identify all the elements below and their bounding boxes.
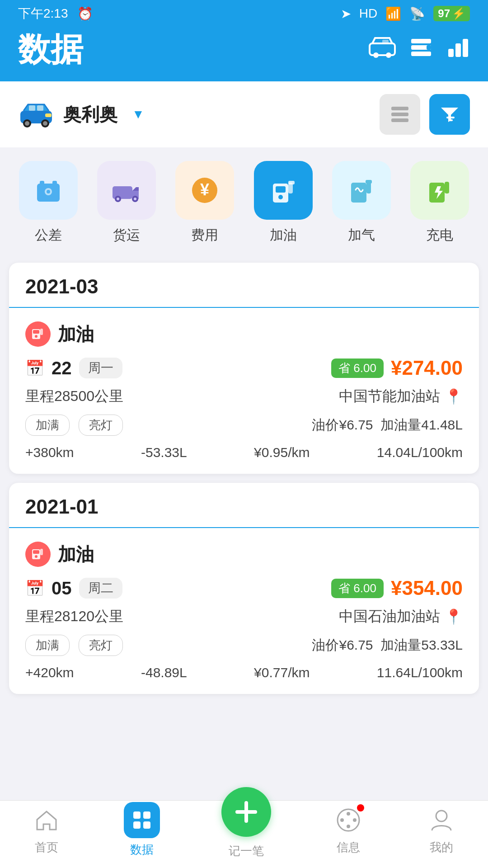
- car-name-label: 奥利奥: [63, 102, 117, 127]
- fuel-badge-icon-1: [25, 542, 51, 567]
- svg-rect-54: [133, 811, 141, 819]
- svg-rect-10: [463, 39, 468, 57]
- header: 数据: [0, 27, 488, 81]
- weekday-badge-0: 周一: [79, 358, 122, 378]
- nav-home[interactable]: 首页: [31, 804, 62, 855]
- alarm-icon: ⏰: [77, 6, 93, 21]
- svg-point-65: [436, 811, 447, 821]
- svg-rect-12: [29, 105, 35, 111]
- dropdown-arrow-icon[interactable]: ▼: [132, 107, 145, 122]
- month-section-0: 2021-03 加油 📅 22 周一: [9, 263, 479, 474]
- stat-liter-0: -53.33L: [141, 445, 187, 460]
- jiaqi-label: 加气: [348, 226, 375, 245]
- gongcha-label: 公差: [35, 226, 62, 245]
- stat-liter-1: -48.89L: [141, 665, 187, 680]
- record-card-0[interactable]: 加油 📅 22 周一 省 6.00 ¥274.00 里程28500公里 中国节能…: [9, 308, 479, 474]
- nav-mine[interactable]: 我的: [426, 804, 457, 855]
- svg-rect-48: [40, 329, 43, 335]
- svg-rect-57: [143, 821, 150, 829]
- car-list-header-icon[interactable]: [369, 35, 396, 64]
- svg-rect-47: [33, 330, 39, 334]
- jiayou-label: 加油: [270, 226, 297, 245]
- mileage-0: 里程28500公里: [25, 387, 123, 406]
- category-jiayou[interactable]: 加油: [254, 161, 313, 245]
- filter-button[interactable]: [429, 94, 470, 135]
- svg-point-1: [373, 52, 379, 58]
- station-name-0: 中国节能加油站: [339, 387, 440, 406]
- svg-text:¥: ¥: [200, 180, 209, 199]
- feiyong-label: 费用: [191, 226, 218, 245]
- station-name-1: 中国石油加油站: [339, 607, 440, 627]
- svg-rect-9: [455, 43, 461, 57]
- nav-add[interactable]: 记一笔: [221, 801, 271, 859]
- svg-point-2: [386, 52, 391, 58]
- svg-rect-25: [40, 181, 44, 187]
- location-icon: ➤: [341, 6, 351, 21]
- svg-point-49: [35, 335, 38, 338]
- fuel-badge-icon-0: [25, 321, 51, 347]
- svg-rect-52: [40, 549, 43, 555]
- add-button[interactable]: [221, 787, 271, 837]
- total-price-0: ¥274.00: [391, 357, 463, 379]
- svg-rect-19: [391, 107, 408, 110]
- page-title: 数据: [18, 28, 83, 71]
- svg-rect-26: [52, 181, 57, 187]
- record-type-0: 加油: [58, 322, 94, 347]
- category-row: 公差 货运 ¥: [0, 147, 488, 254]
- category-chongdian[interactable]: 充电: [410, 161, 469, 245]
- svg-rect-21: [391, 118, 408, 122]
- feiyong-icon: ¥: [175, 161, 234, 220]
- svg-point-62: [340, 818, 344, 822]
- nav-info[interactable]: 信息: [333, 804, 364, 855]
- mileage-1: 里程28120公里: [25, 607, 123, 627]
- svg-point-61: [347, 812, 350, 816]
- status-bar: 下午2:13 ⏰ ➤ HD 📶 📡 97 ⚡: [0, 0, 488, 27]
- jiayou-icon: [254, 161, 313, 220]
- svg-rect-4: [411, 39, 431, 43]
- jiaqi-icon: [332, 161, 391, 220]
- record-date-0: 22: [52, 358, 72, 378]
- svg-point-53: [35, 555, 38, 558]
- category-gongcha[interactable]: 公差: [19, 161, 78, 245]
- svg-rect-55: [143, 811, 150, 819]
- location-pin-icon-1: 📍: [445, 608, 463, 625]
- add-nav-label: 记一笔: [229, 843, 264, 859]
- svg-point-15: [25, 121, 29, 126]
- tag-1-0: 加满: [25, 635, 70, 656]
- chart-header-icon[interactable]: [446, 35, 470, 64]
- home-nav-icon: [31, 804, 62, 836]
- home-nav-label: 首页: [35, 840, 58, 855]
- record-card-1[interactable]: 加油 📅 05 周二 省 6.00 ¥354.00 里程28120公里 中国石油…: [9, 528, 479, 694]
- svg-rect-6: [411, 52, 431, 56]
- stat-per100km-1: 11.64L/100km: [377, 665, 463, 680]
- weekday-badge-1: 周二: [79, 578, 122, 599]
- record-date-1: 05: [52, 578, 72, 599]
- battery-indicator: 97 ⚡: [433, 6, 470, 21]
- stat-km-1: +420km: [25, 665, 74, 680]
- category-huoyun[interactable]: 货运: [97, 161, 156, 245]
- svg-rect-51: [33, 550, 39, 554]
- chongdian-label: 充电: [426, 226, 453, 245]
- tag-0-0: 加满: [25, 415, 70, 436]
- signal-bars-icon: 📶: [385, 6, 401, 21]
- location-pin-icon-0: 📍: [445, 388, 463, 405]
- save-badge-0: 省 6.00: [331, 359, 384, 378]
- svg-point-64: [353, 818, 357, 822]
- list-header-icon[interactable]: [409, 35, 433, 64]
- svg-rect-22: [446, 117, 455, 118]
- month-header-1: 2021-01: [9, 483, 479, 528]
- huoyun-label: 货运: [113, 226, 140, 245]
- svg-rect-18: [45, 113, 52, 117]
- nav-data[interactable]: 数据: [124, 802, 160, 858]
- list-view-button[interactable]: [380, 94, 420, 135]
- svg-rect-3: [382, 40, 389, 44]
- svg-rect-20: [391, 113, 408, 116]
- category-feiyong[interactable]: ¥ 费用: [175, 161, 234, 245]
- mine-nav-label: 我的: [430, 840, 453, 855]
- svg-rect-13: [37, 105, 43, 111]
- svg-rect-43: [366, 180, 372, 184]
- car-selector[interactable]: 奥利奥 ▼: [0, 81, 488, 147]
- svg-point-28: [47, 190, 50, 193]
- save-badge-1: 省 6.00: [331, 579, 384, 598]
- category-jiaqi[interactable]: 加气: [332, 161, 391, 245]
